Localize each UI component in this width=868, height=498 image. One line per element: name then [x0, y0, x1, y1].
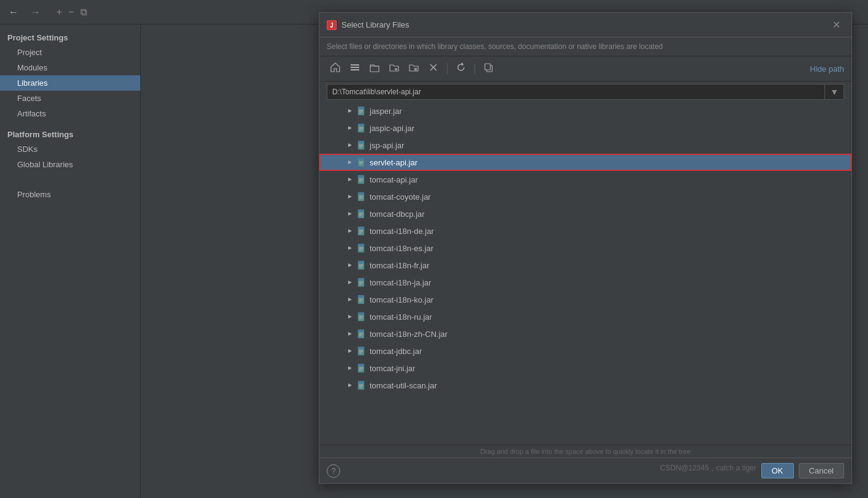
tree-label-tomcat-i18n-ja: tomcat-i18n-ja.jar	[370, 278, 431, 287]
tree-label-jasper: jasper.jar	[370, 107, 402, 116]
tree-item-tomcat-i18n-ko[interactable]: tomcat-i18n-ko.jar	[319, 291, 851, 308]
expand-arrow-tomcat-i18n-es[interactable]	[344, 242, 356, 254]
sidebar-item-sdks[interactable]: SDKs	[0, 141, 140, 157]
path-expand-button[interactable]: ▼	[824, 85, 843, 99]
tree-item-tomcat-util-scan[interactable]: tomcat-util-scan.jar	[319, 377, 851, 394]
expand-arrow-tomcat-i18n-zh-CN[interactable]	[344, 328, 356, 340]
bottom-right: CSDN@12345，catch a tiger OK Cancel	[660, 463, 844, 478]
svg-marker-61	[348, 246, 352, 250]
new-folder-button[interactable]	[386, 60, 403, 77]
svg-text:J: J	[330, 22, 333, 29]
tree-label-tomcat-i18n-es: tomcat-i18n-es.jar	[370, 244, 433, 253]
expand-arrow-tomcat-util-scan[interactable]	[344, 379, 356, 391]
expand-arrow-jasper[interactable]	[344, 105, 356, 117]
svg-rect-63	[358, 244, 364, 246]
tree-label-tomcat-jni: tomcat-jni.jar	[370, 364, 415, 373]
dialog-bottom: ? CSDN@12345，catch a tiger OK Cancel	[319, 458, 851, 483]
file-tree[interactable]: jasper.jar jaspic-api.jar jsp-api.jar se…	[319, 102, 851, 445]
sidebar-item-project[interactable]: Project	[0, 45, 140, 60]
home-button[interactable]	[327, 60, 344, 77]
tree-item-tomcat-jdbc[interactable]: tomcat-jdbc.jar	[319, 342, 851, 360]
svg-rect-75	[358, 278, 364, 281]
sidebar-item-libraries[interactable]: Libraries	[0, 75, 140, 91]
expand-arrow-servlet-api[interactable]	[344, 156, 356, 168]
ok-button[interactable]: OK	[761, 463, 794, 478]
svg-rect-87	[358, 312, 364, 315]
svg-rect-93	[358, 330, 364, 332]
expand-arrow-tomcat-i18n-ru[interactable]	[344, 311, 356, 323]
tree-item-tomcat-i18n-es[interactable]: tomcat-i18n-es.jar	[319, 240, 851, 257]
svg-marker-13	[348, 109, 352, 113]
svg-marker-43	[348, 195, 352, 198]
help-button[interactable]: ?	[327, 464, 340, 478]
tree-item-tomcat-i18n-fr[interactable]: tomcat-i18n-fr.jar	[319, 257, 851, 274]
expand-arrow-tomcat-i18n-ja[interactable]	[344, 276, 356, 289]
svg-rect-45	[358, 192, 364, 195]
tree-item-tomcat-i18n-ru[interactable]: tomcat-i18n-ru.jar	[319, 308, 851, 325]
svg-rect-111	[358, 381, 364, 383]
tree-item-jasper[interactable]: jasper.jar	[319, 102, 851, 119]
expand-arrow-tomcat-api[interactable]	[344, 173, 356, 186]
sidebar-item-facets[interactable]: Facets	[0, 91, 140, 106]
path-input[interactable]	[327, 85, 824, 99]
expand-arrow-tomcat-coyote[interactable]	[344, 191, 356, 203]
refresh-button[interactable]	[452, 60, 470, 77]
minus-icon[interactable]: −	[68, 7, 74, 18]
copy-icon[interactable]: ⧉	[80, 7, 87, 18]
forward-button[interactable]: →	[28, 6, 43, 19]
tree-item-jsp-api[interactable]: jsp-api.jar	[319, 137, 851, 154]
tree-item-tomcat-i18n-zh-CN[interactable]: tomcat-i18n-zh-CN.jar	[319, 325, 851, 342]
tree-item-jaspic-api[interactable]: jaspic-api.jar	[319, 119, 851, 137]
dialog-toolbar: Hide path	[319, 56, 851, 81]
svg-marker-19	[348, 126, 352, 130]
folder-button[interactable]	[366, 60, 383, 77]
svg-rect-12	[485, 64, 490, 70]
expand-arrow-jaspic-api[interactable]	[344, 122, 356, 134]
svg-marker-31	[348, 160, 352, 164]
sidebar-item-global-libraries[interactable]: Global Libraries	[0, 157, 140, 172]
svg-marker-49	[348, 212, 352, 216]
tree-item-tomcat-api[interactable]: tomcat-api.jar	[319, 171, 851, 188]
tree-item-tomcat-i18n-de[interactable]: tomcat-i18n-de.jar	[319, 222, 851, 240]
jar-icon-servlet-api	[356, 157, 366, 167]
jar-icon-tomcat-dbcp	[356, 209, 366, 219]
cancel-selection-button[interactable]	[425, 60, 442, 77]
hide-path-button[interactable]: Hide path	[810, 64, 844, 74]
expand-arrow-tomcat-jdbc[interactable]	[344, 345, 356, 357]
tree-label-tomcat-util-scan: tomcat-util-scan.jar	[370, 381, 437, 390]
expand-arrow-jsp-api[interactable]	[344, 139, 356, 151]
sidebar-item-problems[interactable]: Problems	[0, 187, 140, 202]
tree-item-tomcat-dbcp[interactable]: tomcat-dbcp.jar	[319, 205, 851, 222]
expand-arrow-tomcat-jni[interactable]	[344, 362, 356, 374]
svg-rect-81	[358, 295, 364, 298]
dialog-close-button[interactable]: ✕	[829, 18, 844, 32]
expand-arrow-tomcat-i18n-fr[interactable]	[344, 259, 356, 271]
svg-marker-109	[348, 383, 352, 387]
expand-arrow-tomcat-dbcp[interactable]	[344, 208, 356, 220]
tree-item-tomcat-jni[interactable]: tomcat-jni.jar	[319, 360, 851, 377]
svg-rect-27	[358, 141, 364, 143]
sidebar-item-modules[interactable]: Modules	[0, 60, 140, 75]
tree-item-tomcat-coyote[interactable]: tomcat-coyote.jar	[319, 188, 851, 205]
expand-arrow-tomcat-i18n-de[interactable]	[344, 225, 356, 237]
back-button[interactable]: ←	[6, 6, 21, 19]
jar-icon-jsp-api	[356, 140, 366, 150]
svg-rect-2	[351, 64, 359, 66]
svg-rect-105	[358, 364, 364, 366]
tree-label-servlet-api: servlet-api.jar	[370, 158, 417, 167]
add-icon[interactable]: +	[56, 7, 62, 18]
svg-rect-3	[351, 67, 359, 68]
cancel-button[interactable]: Cancel	[799, 463, 844, 478]
svg-marker-55	[348, 229, 352, 233]
list-view-button[interactable]	[346, 60, 364, 77]
tree-item-servlet-api[interactable]: servlet-api.jar	[319, 154, 851, 171]
svg-rect-57	[358, 227, 364, 229]
tree-item-tomcat-i18n-ja[interactable]: tomcat-i18n-ja.jar	[319, 274, 851, 291]
expand-arrow-tomcat-i18n-ko[interactable]	[344, 293, 356, 306]
svg-rect-99	[358, 347, 364, 349]
tree-label-tomcat-i18n-de: tomcat-i18n-de.jar	[370, 227, 434, 236]
sidebar-item-artifacts[interactable]: Artifacts	[0, 106, 140, 121]
jar-icon-tomcat-i18n-ko	[356, 295, 366, 304]
copy-path-button[interactable]	[480, 60, 497, 77]
delete-folder-button[interactable]	[405, 60, 422, 77]
